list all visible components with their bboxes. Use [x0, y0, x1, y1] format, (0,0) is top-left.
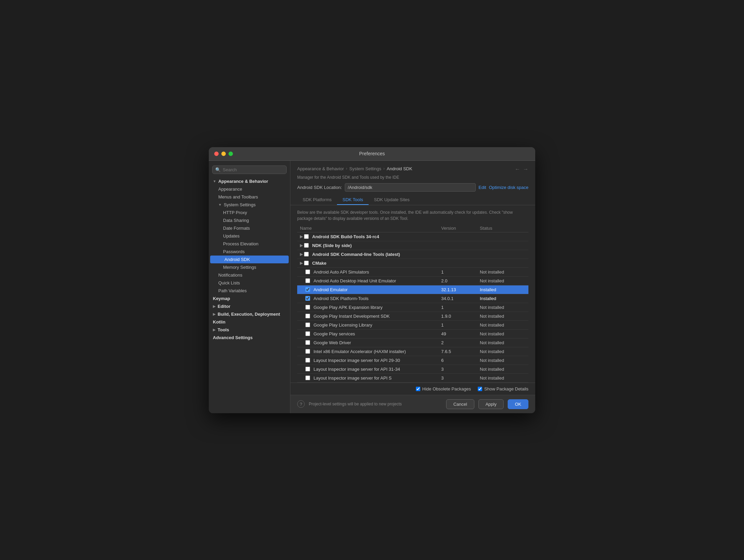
breadcrumb-sep-1: ›	[346, 166, 347, 171]
row-checkbox[interactable]	[305, 349, 310, 354]
table-row[interactable]: Android Auto Desktop Head Unit Emulator …	[297, 276, 528, 285]
row-checkbox[interactable]	[304, 243, 309, 248]
sidebar-item-editor[interactable]: ▶ Editor	[209, 302, 290, 310]
row-checkbox[interactable]	[304, 252, 309, 257]
tab-sdk-tools[interactable]: SDK Tools	[337, 195, 368, 205]
sidebar-item-build-execution[interactable]: ▶ Build, Execution, Deployment	[209, 310, 290, 318]
row-checkbox[interactable]	[305, 296, 310, 301]
row-name: Layout Inspector image server for API S	[314, 375, 392, 381]
sidebar-item-advanced-settings[interactable]: Advanced Settings	[209, 334, 290, 342]
sidebar-item-process-elevation[interactable]: Process Elevation	[209, 240, 290, 248]
row-status: Not installed	[477, 303, 528, 312]
edit-link[interactable]: Edit	[478, 185, 486, 190]
row-checkbox[interactable]	[305, 322, 310, 327]
sidebar-item-notifications[interactable]: Notifications	[209, 271, 290, 279]
sidebar-item-appearance-behavior[interactable]: ▼ Appearance & Behavior	[209, 177, 290, 185]
row-checkbox[interactable]	[305, 314, 310, 318]
row-name: NDK (Side by side)	[312, 243, 352, 248]
table-row[interactable]: Android Auto API Simulators 1 Not instal…	[297, 267, 528, 276]
table-row[interactable]: Intel x86 Emulator Accelerator (HAXM ins…	[297, 347, 528, 356]
table-row[interactable]: Google Play Instant Development SDK 1.9.…	[297, 312, 528, 320]
sidebar-item-quick-lists[interactable]: Quick Lists	[209, 279, 290, 287]
sidebar-label: Build, Execution, Deployment	[218, 312, 280, 317]
table-row[interactable]: ▶ NDK (Side by side)	[297, 241, 528, 250]
sidebar-item-keymap[interactable]: Keymap	[209, 295, 290, 302]
tab-sdk-platforms[interactable]: SDK Platforms	[297, 195, 337, 205]
forward-arrow[interactable]: →	[523, 166, 528, 172]
row-version: 2	[439, 338, 477, 347]
row-checkbox[interactable]	[305, 358, 310, 363]
show-package-checkbox[interactable]	[478, 387, 482, 391]
chevron-down-icon: ▼	[213, 179, 216, 183]
close-button[interactable]	[214, 152, 219, 156]
sidebar-item-memory-settings[interactable]: Memory Settings	[209, 263, 290, 271]
col-header-version: Version	[439, 224, 477, 232]
row-version: 32.1.13	[439, 285, 477, 294]
expander-icon[interactable]: ▶	[300, 261, 303, 265]
row-checkbox[interactable]	[304, 261, 309, 265]
traffic-lights	[214, 152, 233, 156]
search-box[interactable]: 🔍	[212, 165, 287, 174]
row-version: 7.6.5	[439, 347, 477, 356]
sdk-location-input[interactable]	[345, 183, 476, 192]
row-checkbox[interactable]	[305, 340, 310, 345]
main-content: Appearance & Behavior › System Settings …	[290, 161, 535, 413]
row-name: Android SDK Command-line Tools (latest)	[312, 252, 400, 257]
hide-obsolete-checkbox[interactable]	[416, 387, 420, 391]
expander-icon[interactable]: ▶	[300, 234, 303, 239]
row-status: Not installed	[477, 338, 528, 347]
tab-sdk-update-sites[interactable]: SDK Update Sites	[369, 195, 415, 205]
sidebar-item-kotlin[interactable]: Kotlin	[209, 318, 290, 326]
table-row[interactable]: Google Play APK Expansion library 1 Not …	[297, 303, 528, 312]
minimize-button[interactable]	[221, 152, 226, 156]
table-row[interactable]: ▶ Android SDK Command-line Tools (latest…	[297, 250, 528, 259]
row-checkbox[interactable]	[305, 367, 310, 371]
sidebar-label: Android SDK	[224, 257, 250, 262]
sidebar-item-http-proxy[interactable]: HTTP Proxy	[209, 209, 290, 216]
sidebar-item-menus-toolbars[interactable]: Menus and Toolbars	[209, 193, 290, 201]
sidebar-item-passwords[interactable]: Passwords	[209, 248, 290, 256]
row-checkbox[interactable]	[305, 269, 310, 274]
row-version	[439, 259, 477, 267]
row-checkbox[interactable]	[305, 375, 310, 380]
table-row[interactable]: Google Play services 49 Not installed	[297, 329, 528, 338]
help-button[interactable]: ?	[297, 400, 305, 408]
chevron-right-icon: ▶	[213, 312, 216, 316]
sidebar-item-date-formats[interactable]: Date Formats	[209, 224, 290, 232]
row-checkbox[interactable]	[305, 278, 310, 283]
optimize-disk-link[interactable]: Optimize disk space	[489, 185, 528, 190]
expander-icon[interactable]: ▶	[300, 243, 303, 248]
sidebar: 🔍 ▼ Appearance & Behavior Appearance Men…	[209, 161, 290, 413]
sidebar-label: Updates	[223, 233, 239, 239]
table-row[interactable]: ▶ CMake	[297, 259, 528, 267]
row-checkbox[interactable]	[305, 331, 310, 336]
breadcrumb: Appearance & Behavior › System Settings …	[297, 166, 412, 171]
row-checkbox[interactable]	[305, 305, 310, 310]
maximize-button[interactable]	[229, 152, 233, 156]
sidebar-label: Editor	[218, 304, 231, 309]
expander-icon[interactable]: ▶	[300, 252, 303, 257]
sidebar-item-path-variables[interactable]: Path Variables	[209, 287, 290, 295]
back-arrow[interactable]: ←	[515, 166, 520, 172]
table-row[interactable]: Google Web Driver 2 Not installed	[297, 338, 528, 347]
table-row[interactable]: ▶ Android SDK Build-Tools 34-rc4	[297, 232, 528, 241]
table-row[interactable]: Layout Inspector image server for API 29…	[297, 356, 528, 365]
sidebar-item-tools[interactable]: ▶ Tools	[209, 326, 290, 334]
ok-button[interactable]: OK	[508, 399, 528, 409]
apply-button[interactable]: Apply	[478, 399, 504, 409]
cancel-button[interactable]: Cancel	[446, 399, 474, 409]
sidebar-item-android-sdk[interactable]: Android SDK	[210, 256, 289, 263]
sidebar-label: Data Sharing	[223, 218, 249, 223]
row-checkbox[interactable]	[304, 234, 309, 239]
table-row[interactable]: Android Emulator 32.1.13 Installed	[297, 285, 528, 294]
sidebar-item-data-sharing[interactable]: Data Sharing	[209, 216, 290, 224]
sidebar-item-updates[interactable]: Updates	[209, 232, 290, 240]
sidebar-item-appearance[interactable]: Appearance	[209, 185, 290, 193]
table-row[interactable]: Google Play Licensing Library 1 Not inst…	[297, 320, 528, 329]
sidebar-item-system-settings[interactable]: ▼ System Settings	[209, 201, 290, 209]
table-row[interactable]: Layout Inspector image server for API 31…	[297, 365, 528, 373]
row-checkbox[interactable]	[305, 287, 310, 292]
search-input[interactable]	[223, 167, 284, 172]
table-row[interactable]: Android SDK Platform-Tools 34.0.1 Instal…	[297, 294, 528, 303]
table-row[interactable]: Layout Inspector image server for API S …	[297, 373, 528, 382]
